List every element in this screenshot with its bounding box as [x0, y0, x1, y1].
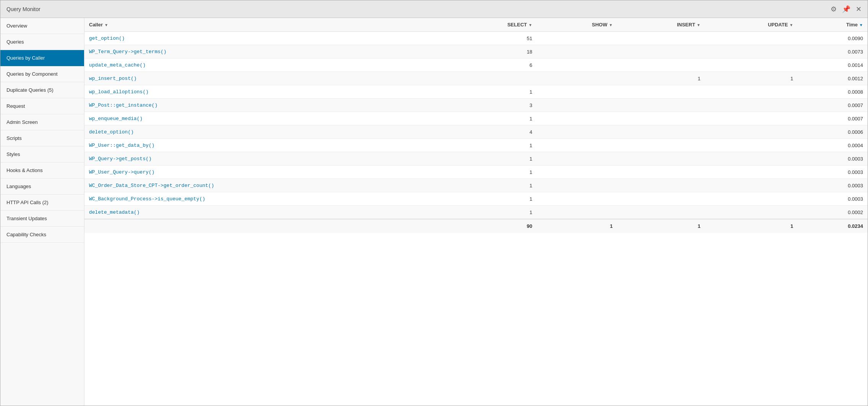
cell-insert-1 [617, 45, 705, 58]
cell-select-9: 1 [445, 152, 537, 166]
sidebar-item-label-queries: Queries [6, 39, 24, 45]
sidebar-item-queries[interactable]: Queries [0, 34, 84, 50]
sidebar-item-queries-by-caller[interactable]: Queries by Caller [0, 50, 84, 66]
col-header-show[interactable]: SHOW▼ [537, 18, 617, 32]
cell-update-3: 1 [705, 72, 798, 85]
cell-select-8: 1 [445, 139, 537, 152]
table-row: WP_Query->get_posts()10.0003 [84, 152, 868, 166]
close-icon[interactable]: ✕ [856, 5, 862, 13]
table-wrapper: Caller▼SELECT▼SHOW▼INSERT▼UPDATE▼Time▼ g… [84, 18, 868, 406]
cell-show-0 [537, 32, 617, 45]
window-title: Query Monitor [6, 6, 40, 12]
sidebar-item-hooks-actions[interactable]: Hooks & Actions [0, 162, 84, 179]
sort-icon-show: ▼ [609, 23, 613, 27]
table-row: WP_Post::get_instance()30.0007 [84, 99, 868, 112]
caller-link-13[interactable]: delete_metadata() [89, 209, 140, 215]
caller-link-11[interactable]: WC_Order_Data_Store_CPT->get_order_count… [89, 183, 214, 188]
sidebar-item-admin-screen[interactable]: Admin Screen [0, 114, 84, 130]
col-label-show: SHOW [592, 22, 607, 28]
cell-update-5 [705, 99, 798, 112]
sidebar-item-queries-by-component[interactable]: Queries by Component [0, 66, 84, 82]
queries-table: Caller▼SELECT▼SHOW▼INSERT▼UPDATE▼Time▼ g… [84, 18, 868, 233]
cell-caller-3: wp_insert_post() [84, 72, 445, 85]
col-label-update: UPDATE [768, 22, 788, 28]
sidebar-item-label-hooks-actions: Hooks & Actions [6, 167, 43, 173]
sidebar-item-http-api-calls[interactable]: HTTP API Calls (2) [0, 195, 84, 211]
sidebar-item-scripts[interactable]: Scripts [0, 130, 84, 146]
cell-update-9 [705, 152, 798, 166]
cell-time-2: 0.0014 [798, 58, 868, 72]
caller-link-10[interactable]: WP_User_Query->query() [89, 169, 155, 175]
sidebar-item-label-styles: Styles [6, 151, 20, 157]
pin-icon[interactable]: 📌 [842, 5, 850, 13]
cell-caller-4: wp_load_alloptions() [84, 85, 445, 99]
cell-select-11: 1 [445, 179, 537, 192]
caller-link-2[interactable]: update_meta_cache() [89, 62, 146, 68]
sort-icon-update: ▼ [789, 23, 793, 27]
cell-caller-5: WP_Post::get_instance() [84, 99, 445, 112]
cell-caller-7: delete_option() [84, 125, 445, 139]
col-header-caller[interactable]: Caller▼ [84, 18, 445, 32]
col-header-insert[interactable]: INSERT▼ [617, 18, 705, 32]
sort-icon-caller: ▼ [104, 23, 108, 27]
cell-show-2 [537, 58, 617, 72]
col-header-time[interactable]: Time▼ [798, 18, 868, 32]
cell-insert-9 [617, 152, 705, 166]
cell-select-13: 1 [445, 206, 537, 219]
cell-caller-6: wp_enqueue_media() [84, 112, 445, 125]
caller-link-3[interactable]: wp_insert_post() [89, 76, 137, 81]
col-label-time: Time [846, 22, 858, 28]
table-row: wp_load_alloptions()10.0008 [84, 85, 868, 99]
cell-select-6: 1 [445, 112, 537, 125]
cell-show-7 [537, 125, 617, 139]
sidebar-item-languages[interactable]: Languages [0, 179, 84, 195]
sidebar-item-styles[interactable]: Styles [0, 146, 84, 162]
sort-icon-insert: ▼ [697, 23, 701, 27]
sidebar-item-capability-checks[interactable]: Capability Checks [0, 227, 84, 243]
caller-link-6[interactable]: wp_enqueue_media() [89, 116, 143, 122]
sidebar-item-label-transient-updates: Transient Updates [6, 216, 47, 221]
cell-time-13: 0.0002 [798, 206, 868, 219]
table-row: WC_Background_Process->is_queue_empty()1… [84, 192, 868, 206]
caller-link-8[interactable]: WP_User::get_data_by() [89, 143, 155, 148]
cell-show-12 [537, 192, 617, 206]
main-layout: OverviewQueriesQueries by CallerQueries … [0, 18, 868, 406]
sidebar-item-duplicate-queries[interactable]: Duplicate Queries (5) [0, 82, 84, 98]
caller-link-4[interactable]: wp_load_alloptions() [89, 89, 149, 95]
sidebar-item-transient-updates[interactable]: Transient Updates [0, 211, 84, 227]
cell-time-12: 0.0003 [798, 192, 868, 206]
cell-caller-12: WC_Background_Process->is_queue_empty() [84, 192, 445, 206]
cell-update-11 [705, 179, 798, 192]
table-row: update_meta_cache()60.0014 [84, 58, 868, 72]
sidebar-item-label-request: Request [6, 103, 25, 109]
cell-time-6: 0.0007 [798, 112, 868, 125]
settings-icon[interactable]: ⚙ [831, 5, 837, 13]
sidebar-item-overview[interactable]: Overview [0, 18, 84, 34]
caller-link-5[interactable]: WP_Post::get_instance() [89, 102, 157, 108]
sidebar-item-label-queries-by-caller: Queries by Caller [6, 55, 45, 61]
header-row: Caller▼SELECT▼SHOW▼INSERT▼UPDATE▼Time▼ [84, 18, 868, 32]
cell-insert-5 [617, 99, 705, 112]
cell-time-0: 0.0090 [798, 32, 868, 45]
caller-link-9[interactable]: WP_Query->get_posts() [89, 156, 152, 162]
caller-link-12[interactable]: WC_Background_Process->is_queue_empty() [89, 196, 205, 202]
sidebar-item-request[interactable]: Request [0, 98, 84, 114]
cell-update-13 [705, 206, 798, 219]
cell-time-7: 0.0006 [798, 125, 868, 139]
cell-time-10: 0.0003 [798, 166, 868, 179]
titlebar-actions: ⚙ 📌 ✕ [831, 5, 862, 13]
cell-show-4 [537, 85, 617, 99]
caller-link-7[interactable]: delete_option() [89, 129, 134, 135]
cell-show-9 [537, 152, 617, 166]
sort-icon-time: ▼ [859, 23, 863, 27]
cell-update-1 [705, 45, 798, 58]
table-row: wp_insert_post()110.0012 [84, 72, 868, 85]
sidebar-item-label-capability-checks: Capability Checks [6, 232, 46, 237]
table-row: WP_User_Query->query()10.0003 [84, 166, 868, 179]
col-header-select[interactable]: SELECT▼ [445, 18, 537, 32]
table-footer: 90 1 1 1 0.0234 [84, 219, 868, 233]
caller-link-0[interactable]: get_option() [89, 36, 125, 41]
sidebar-item-label-admin-screen: Admin Screen [6, 119, 38, 125]
col-header-update[interactable]: UPDATE▼ [705, 18, 798, 32]
caller-link-1[interactable]: WP_Term_Query->get_terms() [89, 49, 167, 55]
